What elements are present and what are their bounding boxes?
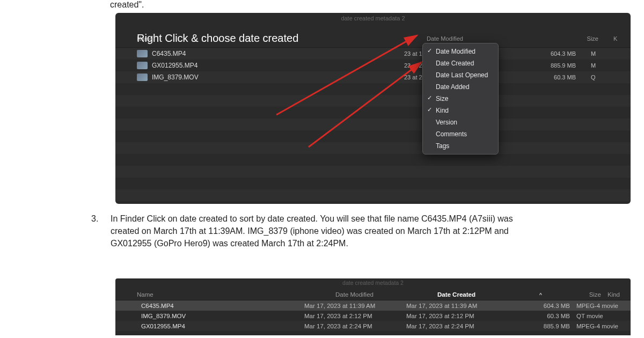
column-header-date-created-label: Date Created (437, 291, 475, 298)
menu-item-kind[interactable]: Kind (423, 105, 498, 116)
file-date-modified: Mar 17, 2023 at 2:24 PM (304, 323, 406, 329)
column-context-menu[interactable]: Date Modified Date Created Date Last Ope… (422, 43, 499, 155)
file-name: IMG_8379.MOV (152, 74, 404, 81)
file-size: 604.3 MB (485, 50, 591, 57)
menu-item-size[interactable]: Size (423, 93, 498, 105)
file-name: C6435.MP4 (152, 50, 404, 57)
file-size: 885.9 MB (522, 323, 576, 329)
column-header-date-created[interactable]: Date Created ^ (437, 291, 553, 298)
menu-item-comments[interactable]: Comments (423, 128, 498, 140)
step-number: 3. (91, 212, 103, 250)
finder2-file-list: C6435.MP4 Mar 17, 2023 at 11:39 AM Mar 1… (115, 300, 631, 331)
column-header-kind[interactable]: Kind (608, 291, 631, 298)
column-header-size[interactable]: Size (507, 35, 613, 47)
menu-item-tags[interactable]: Tags (423, 140, 498, 152)
instruction-fragment-top: created". (110, 0, 144, 10)
sort-ascending-icon: ^ (539, 292, 542, 297)
column-header-kind[interactable]: K (613, 35, 631, 47)
file-thumbnail-icon (137, 50, 148, 57)
menu-item-date-added[interactable]: Date Added (423, 81, 498, 93)
file-kind: QT movie (576, 313, 631, 319)
file-date-modified: Mar 17, 2023 at 11:39 AM (304, 303, 406, 309)
finder2-title: date created metadata 2 (115, 280, 631, 286)
table-row[interactable]: GX012955.MP4 23 at 2:24 PM 885.9 MB M (115, 60, 631, 71)
column-header-size[interactable]: Size (553, 291, 608, 298)
column-header-name[interactable]: Name (115, 291, 335, 298)
column-header-date-modified[interactable]: Date Modified (335, 291, 437, 298)
file-size: 60.3 MB (522, 313, 576, 319)
menu-item-date-modified[interactable]: Date Modified (423, 46, 498, 57)
file-thumbnail-icon (137, 62, 148, 69)
annotation-text: Right Click & choose date created (137, 32, 298, 45)
table-row[interactable]: C6435.MP4 Mar 17, 2023 at 11:39 AM Mar 1… (115, 300, 631, 311)
file-size: 885.9 MB (485, 62, 591, 69)
file-size: 60.3 MB (485, 74, 591, 80)
table-row[interactable]: IMG_8379.MOV Mar 17, 2023 at 2:12 PM Mar… (115, 311, 631, 321)
file-name: GX012955.MP4 (141, 323, 304, 329)
file-name: GX012955.MP4 (152, 62, 404, 69)
file-name: IMG_8379.MOV (141, 313, 304, 319)
finder1-file-list: C6435.MP4 23 at 11:39 AM 604.3 MB M GX01… (115, 48, 631, 201)
file-thumbnail-icon (137, 74, 148, 81)
file-kind: MPEG-4 movie (576, 323, 631, 329)
menu-item-date-last-opened[interactable]: Date Last Opened (423, 69, 498, 81)
file-kind: M (591, 62, 623, 69)
finder-window-2: date created metadata 2 Name Date Modifi… (115, 278, 631, 335)
file-kind: Q (591, 74, 623, 80)
table-row[interactable]: C6435.MP4 23 at 11:39 AM 604.3 MB M (115, 48, 631, 60)
menu-item-date-created[interactable]: Date Created (423, 57, 498, 69)
file-date-modified: Mar 17, 2023 at 2:12 PM (304, 313, 406, 319)
table-row[interactable]: IMG_8379.MOV 23 at 2:12 PM 60.3 MB Q (115, 71, 631, 83)
file-name: C6435.MP4 (141, 303, 304, 309)
file-date-created: Mar 17, 2023 at 2:24 PM (406, 323, 522, 329)
file-date-created: Mar 17, 2023 at 11:39 AM (406, 303, 522, 309)
file-size: 604.3 MB (522, 303, 576, 309)
finder2-column-headers[interactable]: Name Date Modified Date Created ^ Size K… (115, 289, 631, 300)
finder-window-1: date created metadata 2 Name Date Modifi… (115, 13, 631, 204)
step-text: In Finder Click on date created to sort … (111, 212, 531, 250)
finder-title: date created metadata 2 (115, 15, 631, 21)
file-kind: MPEG-4 movie (576, 303, 631, 309)
file-kind: M (591, 50, 623, 57)
step-3-instruction: 3. In Finder Click on date created to so… (91, 212, 531, 250)
file-date-created: Mar 17, 2023 at 2:12 PM (406, 313, 522, 319)
table-row[interactable]: GX012955.MP4 Mar 17, 2023 at 2:24 PM Mar… (115, 321, 631, 331)
menu-item-version[interactable]: Version (423, 116, 498, 128)
